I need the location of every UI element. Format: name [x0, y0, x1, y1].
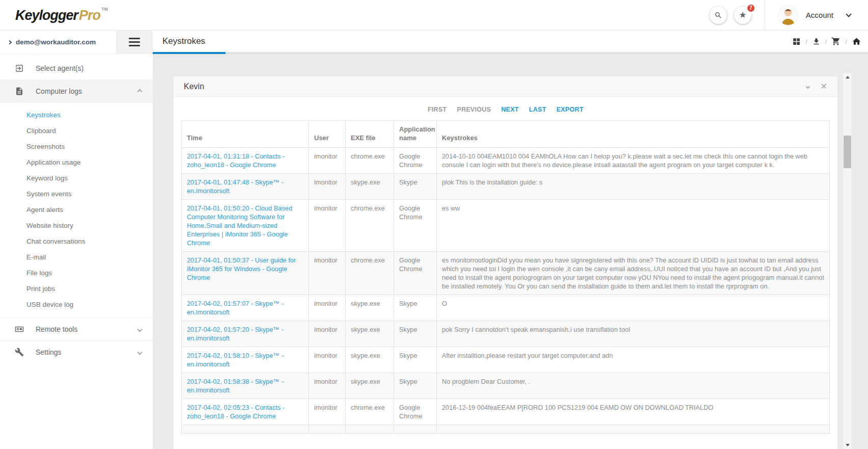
sidebar-item-usb-device-log[interactable]: USB device log	[0, 297, 153, 312]
time-link[interactable]: 2017-04-02, 01:58:10 - Skype™ - en.imoni…	[182, 347, 309, 373]
download-icon	[812, 37, 821, 46]
sub-bar: demo@workauditor.com Keystrokes / / /	[0, 31, 868, 54]
panel-header: Kevin ✕	[174, 76, 837, 97]
sidebar-group-remote-tools[interactable]: Remote tools	[0, 318, 153, 340]
keystrokes-cell: plok This is the installation guide: s	[437, 174, 830, 200]
sidebar-item-application-usage[interactable]: Application usage	[0, 154, 153, 170]
agent-panel: Kevin ✕ FIRSTPREVIOUSNEXTLASTEXPORT Time…	[174, 76, 837, 449]
user-cell: imonitor	[309, 252, 346, 295]
pagination-next[interactable]: NEXT	[501, 106, 519, 113]
keystrokes-cell: 2014-10-10 004EAM1010 004 EAMhOLA How ca…	[437, 148, 830, 174]
wrench-icon	[15, 348, 24, 357]
vertical-scrollbar[interactable]	[843, 73, 852, 449]
document-icon	[15, 87, 24, 96]
sidebar-item-clipboard[interactable]: Clipboard	[0, 123, 153, 139]
exe-cell: chrome.exe	[346, 252, 394, 295]
pagination-previous[interactable]: PREVIOUS	[457, 106, 491, 113]
sidebar-item-e-mail[interactable]: E-mail	[0, 249, 153, 265]
sidebar-group-computer-logs[interactable]: Computer logs	[0, 80, 153, 102]
exe-cell: skype.exe	[346, 321, 394, 347]
scroll-down-button[interactable]	[843, 441, 852, 449]
table-row: 2017-04-02, 01:57:20 - Skype™ - en.imoni…	[182, 321, 830, 347]
app-cell: Google Chrome	[394, 399, 437, 425]
table-header-row: TimeUserEXE fileApplication nameKeystrok…	[182, 121, 830, 148]
panel-body: FIRSTPREVIOUSNEXTLASTEXPORT TimeUserEXE …	[174, 97, 837, 434]
sidebar-item-select-agents[interactable]: Select agent(s)	[0, 57, 153, 80]
column-header-exe-file: EXE file	[346, 121, 394, 148]
select-agent-icon	[15, 64, 24, 73]
separator: /	[845, 38, 847, 45]
toolbar-icons: / / /	[792, 31, 861, 52]
time-link[interactable]: 2017-04-02, 01:58:38 - Skype™ - en.imoni…	[182, 373, 309, 399]
sidebar-item-chat-conversations[interactable]: Chat conversations	[0, 233, 153, 249]
time-link[interactable]: 2017-04-01, 01:31:18 - Contacts - zoho_l…	[182, 148, 309, 174]
column-header-application-name: Application name	[394, 121, 437, 148]
time-link[interactable]: 2017-04-01, 01:50:20 - Cloud Based Compu…	[182, 200, 309, 252]
sidebar-item-file-logs[interactable]: File logs	[0, 265, 153, 281]
column-header-keystrokes: Keystrokes	[437, 121, 830, 148]
exe-cell: chrome.exe	[346, 200, 394, 252]
table-row: 2017-04-02, 01:58:38 - Skype™ - en.imoni…	[182, 373, 830, 399]
user-cell: imonitor	[309, 200, 346, 252]
sidebar: Select agent(s) Computer logs Keystrokes…	[0, 54, 153, 449]
table-row: 2017-04-01, 01:31:18 - Contacts - zoho_l…	[182, 148, 830, 174]
sidebar-item-print-jobs[interactable]: Print jobs	[0, 281, 153, 297]
remote-tools-icon	[15, 325, 24, 334]
sidebar-item-website-history[interactable]: Website history	[0, 218, 153, 233]
table-row: 2017-04-02, 02:05:23 - Contacts - zoho_l…	[182, 399, 830, 425]
cart-button[interactable]	[831, 37, 841, 46]
user-cell: imonitor	[309, 321, 346, 347]
keystrokes-cell: No progblem Dear Customer, .	[437, 373, 830, 399]
home-icon	[852, 37, 861, 46]
agent-account-toggle[interactable]: demo@workauditor.com	[0, 31, 116, 54]
close-panel-icon[interactable]: ✕	[821, 83, 827, 91]
scrollbar-thumb[interactable]	[844, 136, 851, 168]
exe-cell: skype.exe	[346, 347, 394, 373]
keystrokes-cell: pok Sorry I cannotdon't speak emanspanis…	[437, 321, 830, 347]
time-link[interactable]	[182, 425, 309, 434]
shopping-cart-icon	[831, 37, 841, 46]
sidebar-item-keyword-logs[interactable]: Keyword logs	[0, 170, 153, 186]
panel-title: Kevin	[184, 82, 204, 91]
app-cell: Skype	[394, 321, 437, 347]
sidebar-collapse-button[interactable]	[116, 31, 153, 54]
user-cell: imonitor	[309, 148, 346, 174]
table-row: 2017-04-01, 01:50:37 - User guide for iM…	[182, 252, 830, 295]
search-button[interactable]	[710, 7, 727, 24]
keystrokes-table: TimeUserEXE fileApplication nameKeystrok…	[181, 120, 830, 434]
column-header-user: User	[309, 121, 346, 148]
favorites-button[interactable]: ★ 7	[734, 7, 751, 24]
pagination-last[interactable]: LAST	[529, 106, 546, 113]
app-cell: Skype	[394, 347, 437, 373]
time-link[interactable]: 2017-04-01, 01:47:48 - Skype™ - en.imoni…	[182, 174, 309, 200]
account-label: Account	[806, 11, 833, 19]
exe-cell: chrome.exe	[346, 148, 394, 174]
time-link[interactable]: 2017-04-02, 02:05:23 - Contacts - zoho_l…	[182, 399, 309, 425]
sidebar-item-keystrokes[interactable]: Keystrokes	[0, 107, 153, 123]
home-button[interactable]	[852, 37, 861, 46]
download-button[interactable]	[812, 37, 821, 46]
app-cell: Google Chrome	[394, 148, 437, 174]
account-menu[interactable]: Account	[765, 6, 868, 25]
pagination-export[interactable]: EXPORT	[556, 106, 583, 113]
sidebar-item-agent-alerts[interactable]: Agent alerts	[0, 202, 153, 218]
tab-keystrokes[interactable]: Keystrokes	[153, 31, 226, 54]
keystrokes-cell: 2016-12-19 004feaEEAM P[RORO 100 PCS1219…	[437, 399, 830, 425]
apps-grid-button[interactable]	[792, 37, 801, 46]
sidebar-item-system-events[interactable]: System events	[0, 186, 153, 202]
time-link[interactable]: 2017-04-02, 01:57:20 - Skype™ - en.imoni…	[182, 321, 309, 347]
main-content: Kevin ✕ FIRSTPREVIOUSNEXTLASTEXPORT Time…	[153, 54, 868, 449]
sidebar-item-screenshots[interactable]: Screenshots	[0, 139, 153, 154]
app-cell: Skype	[394, 373, 437, 399]
hamburger-icon	[129, 38, 140, 39]
sidebar-group-settings[interactable]: Settings	[0, 341, 153, 363]
time-link[interactable]: 2017-04-02, 01:57:07 - Skype™ - en.imoni…	[182, 295, 309, 321]
pagination-first[interactable]: FIRST	[428, 106, 447, 113]
collapse-panel-icon[interactable]	[805, 84, 809, 88]
separator: /	[825, 38, 827, 45]
sidebar-group-label: Computer logs	[36, 87, 82, 95]
app-cell: Skype	[394, 295, 437, 321]
chevron-down-icon	[137, 350, 143, 355]
time-link[interactable]: 2017-04-01, 01:50:37 - User guide for iM…	[182, 252, 309, 295]
scroll-up-button[interactable]	[843, 73, 852, 81]
